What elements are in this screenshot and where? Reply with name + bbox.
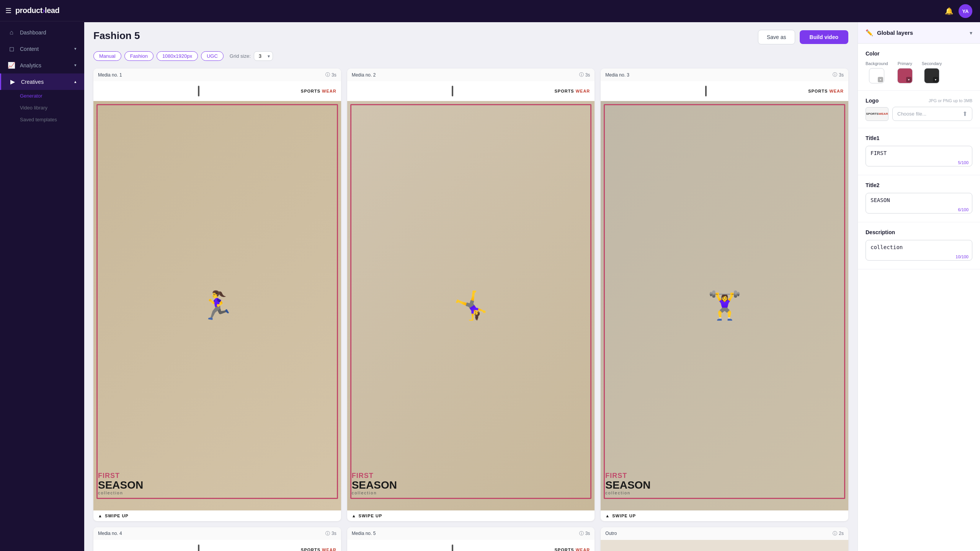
title1-char-count: 5/100 (958, 160, 969, 165)
user-avatar[interactable]: YA (959, 4, 972, 18)
sub-nav-saved-templates[interactable]: Saved templates (20, 114, 84, 126)
media-label-4: Media no. 4 (98, 531, 122, 536)
color-col-bg: Background ▾ (866, 61, 888, 83)
page-header: Fashion 5 Save as Build video (93, 30, 848, 44)
sidebar: ☰ product›lead ⌂ Dashboard ◻ Content ▾ 📈… (0, 0, 84, 551)
sw-header-4: SPORTSWEAR (93, 540, 341, 551)
media-preview-5[interactable]: SPORTSWEAR 💪 FIRST SEASON collection (347, 540, 595, 551)
bg-color-swatch[interactable]: ▾ (869, 68, 884, 83)
media-preview-4[interactable]: SPORTSWEAR 🧘‍♀️ FIRST SEASON collection (93, 540, 341, 551)
title1-input[interactable]: FIRST (866, 146, 972, 166)
swipe-up-1: ▲ SWIPE UP (93, 510, 341, 521)
overlay-collection-2: collection (352, 491, 590, 495)
timer-icon-2: ⓘ (579, 72, 584, 78)
main-area: 🔔 YA Fashion 5 Save as Build video Manua… (84, 0, 980, 551)
filter-ugc[interactable]: UGC (201, 51, 224, 61)
sw-header-1: SPORTSWEAR (93, 81, 341, 101)
media-label-1: Media no. 1 (98, 72, 122, 78)
text-overlay-1: FIRST SEASON collection (98, 472, 336, 495)
pink-frame-2 (350, 104, 592, 499)
primary-color-label: Primary (898, 61, 912, 66)
main-panel: Fashion 5 Save as Build video Manual Fas… (84, 22, 858, 551)
timer-value-3: 3s (839, 72, 844, 78)
description-char-count: 10/100 (956, 254, 969, 259)
grid-size-select[interactable]: 1 2 3 4 (254, 51, 273, 61)
media-card-header-1: Media no. 1 ⓘ 3s (93, 68, 341, 81)
sidebar-item-analytics[interactable]: 📈 Analytics ▾ (0, 57, 84, 73)
secondary-color-swatch[interactable]: ▾ (924, 68, 939, 83)
title2-char-count: 6/100 (958, 207, 969, 212)
sw-black-1: SPORTS (301, 89, 320, 93)
media-card-outro: Outro ⓘ 2s SPORTSWEAR (601, 527, 848, 551)
sidebar-item-creatives[interactable]: ▶ Creatives ▴ (0, 73, 84, 90)
filter-manual[interactable]: Manual (93, 51, 121, 61)
color-col-secondary: Secondary ▾ (922, 61, 942, 83)
media-card-4: Media no. 4 ⓘ 3s SPORTSWEAR (93, 527, 341, 551)
sub-nav-video-library[interactable]: Video library (20, 102, 84, 114)
filter-bar: Manual Fashion 1080x1920px UGC Grid size… (93, 51, 848, 61)
swipe-icon-1: ▲ (98, 514, 103, 518)
sub-nav-creatives: Generator Video library Saved templates (0, 90, 84, 126)
chevron-down-icon: ▾ (74, 46, 77, 51)
media-card-1: Media no. 1 ⓘ 3s SPORTSWEAR (93, 68, 341, 521)
media-card-header-4: Media no. 4 ⓘ 3s (93, 527, 341, 540)
sidebar-label-content: Content (20, 46, 39, 52)
timer-badge-outro: ⓘ 2s (833, 530, 844, 537)
logo-hint: JPG or PNG up to 3MB (929, 98, 972, 103)
timer-badge-3: ⓘ 3s (833, 72, 844, 78)
overlay-collection-1: collection (98, 491, 336, 495)
collapse-icon[interactable]: ▾ (970, 30, 972, 36)
timer-value-outro: 2s (839, 531, 844, 536)
filter-resolution[interactable]: 1080x1920px (157, 51, 198, 61)
media-label-5: Media no. 5 (352, 531, 376, 536)
color-section: Color Background ▾ Primary ▾ (858, 44, 980, 91)
sidebar-label-dashboard: Dashboard (20, 29, 46, 36)
sidebar-item-content[interactable]: ◻ Content ▾ (0, 41, 84, 57)
media-grid: Media no. 1 ⓘ 3s SPORTSWEAR (93, 68, 848, 551)
title1-section-title: Title1 (866, 135, 972, 141)
media-card-header-2: Media no. 2 ⓘ 3s (347, 68, 595, 81)
media-card-5: Media no. 5 ⓘ 3s SPORTSWEAR (347, 527, 595, 551)
gl-title-row: ✏️ Global layers (866, 29, 913, 36)
filter-fashion[interactable]: Fashion (124, 51, 154, 61)
swipe-text-3: SWIPE UP (612, 514, 636, 518)
media-preview-3[interactable]: SPORTSWEAR 🏋️‍♀️ FIRST SEASON collection (601, 81, 848, 521)
bg-color-label: Background (866, 61, 888, 66)
description-section-title: Description (866, 229, 972, 235)
title1-input-wrapper: FIRST 5/100 (866, 146, 972, 168)
swipe-text-1: SWIPE UP (105, 514, 129, 518)
outro-preview[interactable]: SPORTSWEAR (601, 540, 848, 551)
topbar: 🔔 YA (84, 0, 980, 22)
save-as-button[interactable]: Save as (758, 30, 795, 44)
media-preview-1[interactable]: SPORTSWEAR 🏃‍♀️ FIRST SEASON collection (93, 81, 341, 521)
title2-input[interactable]: SEASON (866, 193, 972, 214)
title2-section-title: Title2 (866, 182, 972, 188)
hamburger-icon[interactable]: ☰ (5, 7, 11, 15)
grid-size-control: Grid size: 1 2 3 4 (230, 51, 273, 61)
overlay-first-1: FIRST (98, 472, 336, 480)
title2-input-wrapper: SEASON 6/100 (866, 193, 972, 215)
logo-section: Logo JPG or PNG up to 3MB SPORTSWEAR Cho… (858, 91, 980, 128)
timer-icon-1: ⓘ (325, 72, 330, 78)
creatives-icon: ▶ (9, 78, 16, 85)
sidebar-label-creatives: Creatives (21, 79, 44, 85)
sidebar-item-dashboard[interactable]: ⌂ Dashboard (0, 24, 84, 41)
media-label-3: Media no. 3 (605, 72, 629, 78)
timer-badge-4: ⓘ 3s (325, 530, 336, 537)
global-layers-title: Global layers (877, 29, 913, 36)
notification-icon[interactable]: 🔔 (945, 7, 953, 15)
logo-upload-button[interactable]: Choose file... ⬆ (892, 107, 972, 121)
timer-badge-2: ⓘ 3s (579, 72, 590, 78)
media-card-3: Media no. 3 ⓘ 3s SPORTSWEAR (601, 68, 848, 521)
logo-preview: SPORTSWEAR (866, 107, 889, 121)
overlay-collection-3: collection (605, 491, 844, 495)
analytics-icon: 📈 (8, 62, 15, 69)
sub-nav-generator[interactable]: Generator (20, 90, 84, 102)
media-preview-2[interactable]: SPORTSWEAR 🤸‍♀️ FIRST SEASON collection (347, 81, 595, 521)
media-card-header-outro: Outro ⓘ 2s (601, 527, 848, 540)
sw-header-5: SPORTSWEAR (347, 540, 595, 551)
timer-value-1: 3s (332, 72, 336, 78)
timer-value-2: 3s (585, 72, 590, 78)
primary-color-swatch[interactable]: ▾ (897, 68, 913, 83)
build-video-button[interactable]: Build video (800, 30, 848, 44)
